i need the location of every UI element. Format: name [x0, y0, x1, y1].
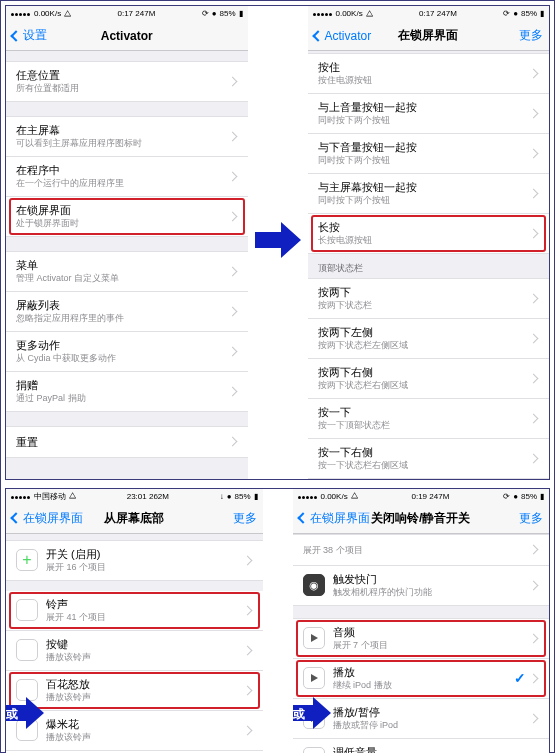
row-title: 按一下右侧	[318, 445, 531, 459]
row-title: 更多动作	[16, 338, 229, 352]
row-subtitle: 播放该铃声	[46, 732, 244, 744]
row-title: 播放/暂停	[333, 705, 531, 719]
row-subtitle: 处于锁屏界面时	[16, 218, 229, 230]
list-row[interactable]: 任意位置所有位置都适用	[6, 61, 248, 102]
row-title: 调低音量	[333, 745, 531, 753]
nav-bar: 在锁屏界面 从屏幕底部 更多	[6, 504, 263, 534]
screen-1: 0.00K/s⧋ 0:17 247M ⟳●85%▮ 设置 Activator 任…	[6, 6, 248, 479]
row-subtitle: 通过 PayPal 捐助	[16, 393, 229, 405]
chevron-right-icon	[529, 413, 539, 423]
row-subtitle: 忽略指定应用程序里的事件	[16, 313, 229, 325]
arrow-or-right: 或	[293, 695, 331, 733]
row-subtitle: 在一个运行中的应用程序里	[16, 178, 229, 190]
list-row[interactable]: 在程序中在一个运行中的应用程序里	[6, 157, 248, 197]
list-row[interactable]: 按两下右侧按两下状态栏右侧区域	[308, 359, 550, 399]
volume-icon	[303, 747, 325, 753]
chevron-right-icon	[529, 228, 539, 238]
list-row[interactable]: 播放继续 iPod 播放✓	[293, 659, 550, 699]
list-row[interactable]: 展开 38 个项目	[293, 534, 550, 566]
row-subtitle: 按住电源按钮	[318, 75, 531, 87]
more-button[interactable]: 更多	[519, 510, 543, 527]
status-time: 23:01 262M	[127, 492, 169, 501]
sound-icon	[16, 639, 38, 661]
back-button[interactable]: 在锁屏界面	[299, 510, 370, 527]
list-row[interactable]: +开关 (启用)展开 16 个项目	[6, 540, 263, 581]
row-title: 在程序中	[16, 163, 229, 177]
chevron-right-icon	[242, 605, 252, 615]
list-row[interactable]: 更多动作从 Cydia 中获取更多动作	[6, 332, 248, 372]
chevron-right-icon	[227, 306, 237, 316]
play-icon	[303, 667, 325, 689]
list-row[interactable]: 与下音量按钮一起按同时按下两个按钮	[308, 134, 550, 174]
chevron-right-icon	[242, 725, 252, 735]
row-title: 按一下	[318, 405, 531, 419]
row-subtitle: 按两下状态栏	[318, 300, 531, 312]
nav-bar: 在锁屏界面 关闭响铃/静音开关 更多	[293, 504, 550, 534]
status-carrier: 中国移动	[34, 491, 66, 502]
row-subtitle: 展开 16 个项目	[46, 562, 244, 574]
list-row[interactable]: 重置	[6, 426, 248, 458]
more-button[interactable]: 更多	[519, 27, 543, 44]
list-row[interactable]: 屏蔽列表忽略指定应用程序里的事件	[6, 292, 248, 332]
row-title: 与主屏幕按钮一起按	[318, 180, 531, 194]
list-row[interactable]: 与主屏幕按钮一起按同时按下两个按钮	[308, 174, 550, 214]
list-row[interactable]: 按两下左侧按两下状态栏左侧区域	[308, 319, 550, 359]
row-title: 与上音量按钮一起按	[318, 100, 531, 114]
status-bar: 0.00K/s⧋ 0:17 247M ⟳●85%▮	[6, 6, 248, 21]
row-subtitle: 按两下状态栏左侧区域	[318, 340, 531, 352]
row-title: 按键	[46, 637, 244, 651]
play-icon	[303, 627, 325, 649]
check-icon: ✓	[514, 670, 526, 686]
list-row[interactable]: 按键播放该铃声	[6, 631, 263, 671]
nav-bar: Activator 在锁屏界面 更多	[308, 21, 550, 51]
list-row[interactable]: 按一下右侧按一下状态栏右侧区域	[308, 439, 550, 479]
list-row[interactable]: 按一下按一下顶部状态栏	[308, 399, 550, 439]
back-button[interactable]: 在锁屏界面	[12, 510, 83, 527]
list-row[interactable]: 与上音量按钮一起按同时按下两个按钮	[308, 94, 550, 134]
list-row[interactable]: 播放/暂停播放或暂停 iPod	[293, 699, 550, 739]
row-title: 开关 (启用)	[46, 547, 244, 561]
chevron-right-icon	[529, 633, 539, 643]
list-row[interactable]: 按两下按两下状态栏	[308, 278, 550, 319]
row-subtitle: 继续 iPod 播放	[333, 680, 515, 692]
row-title: 菜单	[16, 258, 229, 272]
status-time: 0:17 247M	[117, 9, 155, 18]
list-row[interactable]: 爆米花播放该铃声	[6, 711, 263, 751]
status-time: 0:17 247M	[419, 9, 457, 18]
screen-2: 0.00K/s⧋ 0:17 247M ⟳●85%▮ Activator 在锁屏界…	[308, 6, 550, 479]
row-subtitle: 播放该铃声	[46, 692, 244, 704]
chevron-right-icon	[227, 386, 237, 396]
row-title: 触发快门	[333, 572, 531, 586]
row-subtitle: 按一下状态栏右侧区域	[318, 460, 531, 472]
list-row[interactable]: 在锁屏界面处于锁屏界面时	[6, 197, 248, 237]
list-row[interactable]: 按住按住电源按钮	[308, 53, 550, 94]
shutter-icon: ◉	[303, 574, 325, 596]
row-title: 屏蔽列表	[16, 298, 229, 312]
chevron-right-icon	[529, 580, 539, 590]
row-title: 铃声	[46, 597, 244, 611]
back-label: 在锁屏界面	[310, 510, 370, 527]
status-time: 0:19 247M	[411, 492, 449, 501]
list-row[interactable]: 百花怒放播放该铃声	[6, 671, 263, 711]
row-title: 播放	[333, 665, 515, 679]
list-row[interactable]: 捐赠通过 PayPal 捐助	[6, 372, 248, 412]
chevron-right-icon	[227, 211, 237, 221]
back-button[interactable]: Activator	[314, 29, 372, 43]
row-subtitle: 展开 38 个项目	[303, 545, 531, 557]
list-row[interactable]: 在主屏幕可以看到主屏幕应用程序图标时	[6, 116, 248, 157]
row-subtitle: 可以看到主屏幕应用程序图标时	[16, 138, 229, 150]
list-row[interactable]: 调低音量调低一格音量	[293, 739, 550, 753]
status-battery: 85%	[234, 492, 250, 501]
row-subtitle: 按两下状态栏右侧区域	[318, 380, 531, 392]
chevron-right-icon	[529, 545, 539, 555]
list-row[interactable]: ◉触发快门触发相机程序的快门功能	[293, 566, 550, 606]
list-row[interactable]: 菜单管理 Activator 自定义菜单	[6, 251, 248, 292]
list-row[interactable]: 长按长按电源按钮	[308, 214, 550, 254]
list-row[interactable]: 铃声展开 41 个项目	[6, 591, 263, 631]
row-title: 在主屏幕	[16, 123, 229, 137]
row-title: 捐赠	[16, 378, 229, 392]
chevron-right-icon	[529, 149, 539, 159]
list-row[interactable]: 音频展开 7 个项目	[293, 618, 550, 659]
more-button[interactable]: 更多	[233, 510, 257, 527]
back-button[interactable]: 设置	[12, 27, 47, 44]
